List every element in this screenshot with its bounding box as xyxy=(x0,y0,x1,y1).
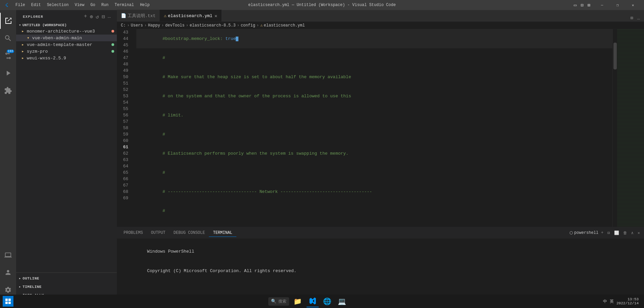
taskbar-zh[interactable]: 中 xyxy=(603,299,607,304)
tab-tools-txt[interactable]: 📄 工具说明.txt xyxy=(117,10,160,21)
timeline-section[interactable]: ▸ TIMELINE xyxy=(16,283,117,291)
source-control-badge: 193 xyxy=(7,50,14,53)
line-num-61: 61 xyxy=(117,144,128,150)
panel-tab-problems[interactable]: PROBLEMS xyxy=(120,229,147,237)
line-num-60: 60 xyxy=(117,138,128,144)
menu-edit[interactable]: Edit xyxy=(29,2,44,8)
code-line-49[interactable]: # Elasticsearch performs poorly when the… xyxy=(136,144,612,163)
code-line-47[interactable]: # limit. xyxy=(136,106,612,125)
outline-section[interactable]: ▸ OUTLINE xyxy=(16,274,117,283)
sidebar-more[interactable]: … xyxy=(107,13,111,21)
code-line-51[interactable]: # ---------------------------------- Net… xyxy=(136,182,612,201)
taskbar-clock[interactable]: 13:53 2022/12/14 xyxy=(616,297,639,305)
breadcrumb-sep-6: › xyxy=(257,23,259,28)
title-bar-left: File Edit Selection View Go Run Terminal… xyxy=(3,2,152,8)
minimize-button[interactable]: — xyxy=(594,0,610,10)
code-line-43[interactable]: #bootstrap.memory_lock: true xyxy=(136,29,612,48)
menu-selection[interactable]: Selection xyxy=(44,2,72,8)
activity-remote[interactable] xyxy=(0,247,16,263)
close-button[interactable]: ✕ xyxy=(625,0,641,10)
tab-file-icon: 📄 xyxy=(121,13,126,18)
menu-help[interactable]: Help xyxy=(137,2,152,8)
breadcrumb-users[interactable]: Users xyxy=(131,23,143,28)
breadcrumb-config[interactable]: config xyxy=(241,23,255,28)
tree-item-vben[interactable]: ▾ vue-vben-admin-main xyxy=(16,35,117,41)
code-line-53[interactable]: # By default Elasticsearch is only acces… xyxy=(136,220,612,227)
code-line-52[interactable]: # xyxy=(136,201,612,220)
powershell-icon: ⬡ xyxy=(569,230,573,236)
line-num-45: 45 xyxy=(117,42,128,48)
line-num-64: 64 xyxy=(117,163,128,169)
panel-maximize[interactable]: ⬜ xyxy=(613,230,620,236)
menu-terminal[interactable]: Terminal xyxy=(112,2,137,8)
menu-view[interactable]: View xyxy=(72,2,87,8)
activity-search[interactable] xyxy=(0,30,16,46)
tab-close-button[interactable]: ✕ xyxy=(215,13,217,19)
panel-trash[interactable]: 🗑 xyxy=(622,230,629,236)
panel-chevron-up[interactable]: ∧ xyxy=(630,230,635,236)
windows-start[interactable] xyxy=(3,296,13,307)
breadcrumb-filename[interactable]: elasticsearch.yml xyxy=(264,23,305,28)
panel-tab-output[interactable]: OUTPUT xyxy=(147,229,170,237)
tab-label-active: elasticsearch.yml xyxy=(168,13,213,18)
tree-item-label: syzm-pro xyxy=(27,49,48,54)
tree-item-monomer[interactable]: ▸ monomer-architecture--vue3 xyxy=(16,28,117,35)
vertical-scrollbar[interactable] xyxy=(612,29,617,227)
editor-area: 📄 工具说明.txt ⚠ elasticsearch.yml ✕ ⊞ … C: … xyxy=(117,10,644,301)
taskbar-left xyxy=(3,296,13,307)
breadcrumb-happy[interactable]: Happy xyxy=(148,23,160,28)
code-line-48[interactable]: # xyxy=(136,125,612,144)
line-num-44: 44 xyxy=(117,36,128,42)
taskbar-app[interactable]: 💻 xyxy=(336,295,348,307)
taskbar-vscode[interactable] xyxy=(307,295,319,307)
menu-run[interactable]: Run xyxy=(99,2,111,8)
layout-icon-2[interactable]: ⊟ xyxy=(579,2,585,8)
search-bar[interactable]: 🔍 搜索 xyxy=(268,297,289,306)
breadcrumb-c[interactable]: C: xyxy=(121,23,126,28)
activity-source-control[interactable]: 193 xyxy=(0,48,16,64)
activity-extensions[interactable] xyxy=(0,83,16,99)
code-comment-45: # Make sure that the heap size is set to… xyxy=(163,74,351,80)
menu-go[interactable]: Go xyxy=(88,2,98,8)
sidebar-new-folder[interactable]: ⊕ xyxy=(89,13,94,21)
panel-tab-terminal[interactable]: TERMINAL xyxy=(209,229,236,237)
tree-item-syzm[interactable]: ▸ syzm-pro xyxy=(16,48,117,55)
code-content[interactable]: #bootstrap.memory_lock: true # # Make su… xyxy=(134,29,612,227)
panel-close[interactable]: ✕ xyxy=(636,230,641,236)
code-line-44[interactable]: # xyxy=(136,48,612,67)
scrollbar-thumb[interactable] xyxy=(613,43,617,69)
taskbar-edge[interactable]: 🌐 xyxy=(321,295,333,307)
tree-item-weui[interactable]: ▸ weui-wxss-2.5.9 xyxy=(16,55,117,61)
split-editor-icon[interactable]: ⊞ xyxy=(629,14,634,21)
taskbar-file-explorer[interactable]: 📁 xyxy=(292,295,304,307)
activity-account[interactable] xyxy=(0,264,16,280)
panel-tab-debug[interactable]: DEBUG CONSOLE xyxy=(170,229,209,237)
activity-explorer[interactable] xyxy=(0,13,16,29)
sidebar-refresh[interactable]: ↺ xyxy=(95,13,100,21)
line-num-46: 46 xyxy=(117,48,128,55)
breadcrumb-devtools[interactable]: devTools xyxy=(165,23,185,28)
folder-open-icon: ▾ xyxy=(27,35,30,41)
more-actions-icon[interactable]: … xyxy=(636,15,641,21)
menu-file[interactable]: File xyxy=(13,2,28,8)
tab-label: 工具说明.txt xyxy=(128,13,155,19)
panel-add-terminal[interactable]: + xyxy=(600,230,605,235)
outline-chevron: ▸ xyxy=(19,276,21,280)
sidebar-new-file[interactable]: + xyxy=(83,13,88,21)
tree-item-vue-admin[interactable]: ▸ vue-admin-template-master xyxy=(16,41,117,48)
taskbar-en[interactable]: 英 xyxy=(610,299,614,304)
layout-icon-3[interactable]: ⊞ xyxy=(586,2,592,8)
code-line-45[interactable]: # Make sure that the heap size is set to… xyxy=(136,67,612,87)
workspace-header[interactable]: ▾ UNTITLED (WORKSPACE) xyxy=(16,22,117,28)
breadcrumb-elastic[interactable]: elasticsearch-8.5.3 xyxy=(190,23,236,28)
workspace-chevron: ▾ xyxy=(19,23,21,27)
code-line-50[interactable]: # xyxy=(136,163,612,182)
sidebar-collapse[interactable]: ⊟ xyxy=(101,13,106,21)
panel-split-terminal[interactable]: ⊟ xyxy=(606,230,611,236)
code-comment-51: # ---------------------------------- Net… xyxy=(163,189,372,194)
code-line-46[interactable]: # on the system and that the owner of th… xyxy=(136,87,612,106)
activity-run[interactable] xyxy=(0,65,16,81)
tab-elasticsearch-yml[interactable]: ⚠ elasticsearch.yml ✕ xyxy=(160,10,222,21)
layout-icon-1[interactable]: ▭ xyxy=(572,2,578,8)
restore-button[interactable]: ❐ xyxy=(610,0,625,10)
